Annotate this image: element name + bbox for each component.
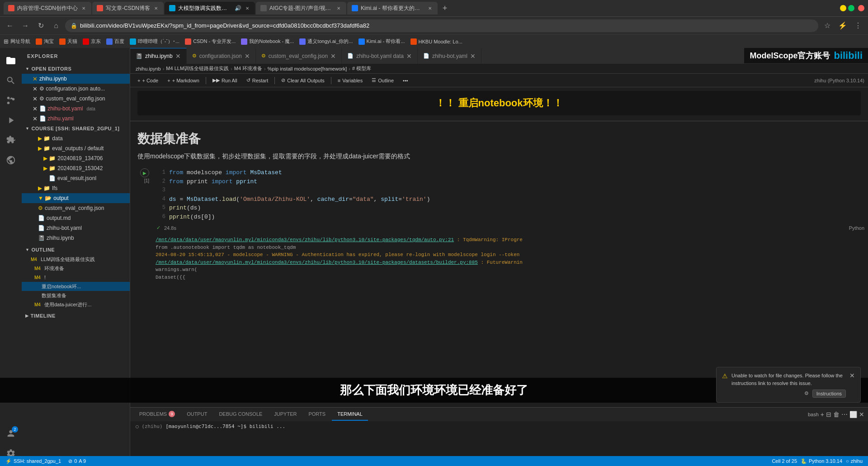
panel-add-icon[interactable]: + (821, 411, 824, 418)
bookmark-kimi[interactable]: Kimi.ai - 帮你看... (359, 38, 405, 45)
refresh-button[interactable]: ↻ (34, 19, 47, 32)
tree-lfs[interactable]: ▶ 📁 lfs (22, 183, 130, 193)
browser-tab-3[interactable]: 大模型微调实践数据准备/清... 🔊 ✕ (165, 2, 255, 14)
panel-split-icon[interactable]: ⊟ (826, 411, 831, 418)
open-file-bot-yaml[interactable]: ✕ 📄 zhihu-bot.yaml data (22, 104, 130, 114)
more-button[interactable]: ••• (399, 77, 412, 84)
close-button[interactable] (858, 5, 864, 11)
notification-close-icon[interactable]: ✕ (849, 372, 855, 398)
tab5-close-icon[interactable]: ✕ (470, 52, 476, 60)
tree-zhihu-bot-yaml[interactable]: 📄 zhihu-bot.yaml (22, 223, 130, 233)
tab1-close-icon[interactable]: ✕ (175, 52, 181, 60)
tree-custom-eval[interactable]: ⚙ custom_eval_config.json (22, 203, 130, 213)
add-markdown-button[interactable]: + + Markdown (164, 77, 203, 84)
tree-20240819-2[interactable]: ▶ 📁 20240819_153042 (22, 163, 130, 173)
course-section-header[interactable]: ▼ COURSE [SSH: SHARED_2GPU_1] (22, 124, 130, 133)
panel-more-icon[interactable]: ⋯ (841, 411, 848, 418)
instructions-button[interactable]: Instructions (812, 390, 846, 398)
editor-tab-zhihu[interactable]: 📓 zhihu.ipynb ✕ (130, 48, 187, 64)
bookmark-notebook[interactable]: 我的Notebook - 魔... (241, 38, 294, 45)
kernel-label[interactable]: zhihu (Python 3.10.14) (814, 78, 864, 83)
tab4-close-icon[interactable]: ✕ (406, 52, 412, 60)
open-file-config[interactable]: ✕ ⚙ configuration.json auto... (22, 84, 130, 94)
tab-close-1[interactable]: ✕ (80, 5, 87, 11)
panel-tab-problems[interactable]: PROBLEMS 9 (134, 408, 180, 421)
tree-zhihu-ipynb[interactable]: 📓 zhihu.ipynb (22, 233, 130, 243)
kernel-status[interactable]: ○ zhihu (844, 456, 864, 466)
bookmark-hkbu[interactable]: HKBU Moodle: Lo... (410, 38, 462, 45)
outline-datajuicer[interactable]: M4 使用data-juicer进行... (22, 300, 130, 309)
editor-tab-zhihu-yaml[interactable]: 📄 zhihu-bot.yaml ✕ (418, 48, 481, 64)
bookmark-csdn[interactable]: CSDN - 专业开发... (185, 38, 236, 45)
output-link-1[interactable]: /mnt/data/data/user/maoyunlin.myl/minico… (156, 237, 454, 243)
browser-tab-2[interactable]: 写文章-CSDN博客 ✕ (92, 2, 164, 14)
tab-close-3[interactable]: ✕ (244, 5, 250, 11)
clear-outputs-button[interactable]: ⊘ Clear All Outputs (278, 76, 328, 84)
activity-git-icon[interactable] (2, 91, 20, 109)
home-button[interactable]: ⌂ (50, 19, 62, 32)
tab-close-5[interactable]: ✕ (427, 5, 433, 11)
tab-close-2[interactable]: ✕ (153, 5, 159, 11)
breadcrumb-file[interactable]: zhihu.ipynb (136, 66, 161, 71)
open-editors-header[interactable]: ▼ OPEN EDITORS (22, 64, 130, 74)
timeline-header[interactable]: ▶ TIMELINE (22, 311, 130, 321)
bookmark-taobao[interactable]: 淘宝 (36, 38, 54, 45)
python-status[interactable]: 🐍 Python 3.10.14 (799, 456, 844, 466)
bookmark-tongyi[interactable]: 通义tongyi.ai_你的... (299, 38, 353, 45)
breadcrumb-subsection[interactable]: M4 环境准备 (234, 65, 262, 72)
panel-tab-debug[interactable]: DEBUG CONSOLE (213, 408, 268, 421)
open-file-zhihu-ipynb[interactable]: ✕ zhihu.ipynb (22, 74, 130, 84)
editor-tab-eval-config[interactable]: ⚙ custom_eval_config.json ✕ (256, 48, 342, 64)
bookmark-tianmao[interactable]: 天猫 (59, 38, 77, 45)
breadcrumb-comment[interactable]: # 模型库 (352, 65, 371, 72)
url-bar[interactable]: 🔒 bilibili.com/video/BV1vuWpezEKx/?spm_i… (65, 19, 818, 32)
tab2-close-icon[interactable]: ✕ (245, 52, 250, 60)
open-file-zhihu-yaml[interactable]: ✕ 📄 zhihu.yaml (22, 114, 130, 124)
tree-output-md[interactable]: 📄 output.md (22, 213, 130, 223)
minimize-button[interactable] (840, 5, 846, 11)
activity-run-icon[interactable] (2, 111, 20, 129)
bookmark-apps[interactable]: ⊞ 网址导航 (4, 38, 30, 45)
mute-icon[interactable]: 🔊 (235, 5, 241, 11)
variables-button[interactable]: ≡ Variables (334, 77, 366, 84)
remote-status[interactable]: ⚡ SSH: shared_2gpu_1 (4, 456, 63, 466)
notification-settings-icon[interactable]: ⚙ (804, 390, 809, 398)
restart-button[interactable]: ↺ Restart (243, 76, 272, 84)
panel-trash-icon[interactable]: 🗑 (833, 411, 840, 418)
extensions-button[interactable]: ⚡ (836, 19, 849, 32)
bookmark-baidu[interactable]: 百度 (106, 38, 124, 45)
open-file-eval-config[interactable]: ✕ ⚙ custom_eval_config.json (22, 94, 130, 104)
outline-button[interactable]: ☰ Outline (368, 76, 397, 84)
add-code-button[interactable]: + + Code (134, 77, 162, 84)
menu-button[interactable]: ⋮ (852, 19, 864, 32)
panel-tab-output[interactable]: OUTPUT (181, 408, 212, 421)
activity-remote-icon[interactable] (2, 151, 20, 169)
tab-close-4[interactable]: ✕ (335, 5, 342, 11)
forward-button[interactable]: → (19, 19, 32, 32)
editor-tab-config[interactable]: ⚙ configuration.json ✕ (187, 48, 256, 64)
tree-20240819-1[interactable]: ▶ 📁 20240819_134706 (22, 153, 130, 163)
outline-root[interactable]: M4 LLM训练全链路最佳实践 (22, 255, 130, 264)
panel-tab-terminal[interactable]: TERMINAL (332, 408, 368, 421)
tree-data-folder[interactable]: ▶ 📁 data (22, 133, 130, 143)
error-status[interactable]: ⊘ 0 A 9 (66, 456, 88, 466)
bookmark-bilibili[interactable]: 哔哩哔哩（´-ˉ）･... (130, 38, 179, 45)
activity-files-icon[interactable] (2, 52, 20, 70)
activity-search-icon[interactable] (2, 71, 20, 90)
bookmark-star-button[interactable]: ☆ (821, 19, 834, 32)
panel-max-icon[interactable]: ⬜ (849, 411, 857, 418)
browser-tab-1[interactable]: 内容管理-CSDN创作中心 ✕ (4, 2, 91, 14)
editor-tab-bot-yaml[interactable]: 📄 zhihu-bot.yaml data ✕ (342, 48, 418, 64)
maximize-button[interactable] (848, 5, 854, 11)
cell-info-status[interactable]: Cell 2 of 25 (770, 456, 799, 466)
bookmark-jd[interactable]: 京东 (83, 38, 101, 45)
run-all-button[interactable]: ▶▶ Run All (209, 76, 241, 84)
tree-output[interactable]: ▼ 📂 output (22, 193, 130, 203)
tree-eval-outputs[interactable]: ▶ 📁 eval_outputs / default (22, 143, 130, 153)
tree-eval-result[interactable]: 📄 eval_result.jsonl (22, 173, 130, 183)
activity-extensions-icon[interactable] (2, 131, 20, 149)
outline-dataset[interactable]: 数据集准备 (22, 291, 130, 300)
browser-tab-5[interactable]: Kimi.ai - 帮你看更大的世界 ✕ (347, 2, 438, 14)
breadcrumb-section[interactable]: M4 LLM训练全链路最佳实践 (166, 65, 229, 72)
outline-header[interactable]: ▼ OUTLINE (22, 245, 130, 255)
